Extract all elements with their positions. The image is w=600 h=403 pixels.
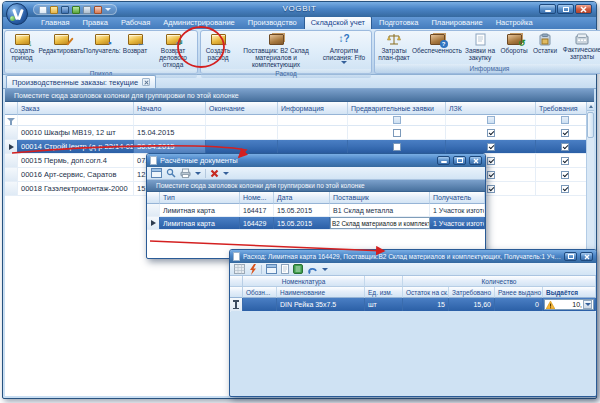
order-row-00010[interactable]: 00010 Шкафы МВ19, 12 шт 15.04.2015 [5,126,594,140]
req-checkbox[interactable] [561,129,569,137]
edit-button[interactable]: Редактировать [39,32,83,69]
search-icon[interactable] [166,168,176,178]
filter-row[interactable] [5,115,594,126]
return-waste-button[interactable]: Возврат делового отхода [150,32,196,69]
popup-group-by-panel[interactable]: Поместите сюда заголовок колонки для гру… [147,180,485,192]
stock-button[interactable]: Остатки [530,32,560,64]
prelim-checkbox[interactable] [393,143,401,151]
tab-podgotovka[interactable]: Подготовка [373,17,424,29]
column-header-okonchanie[interactable]: Окончание [206,102,278,115]
title-bar[interactable]: VOGBIT [3,2,596,17]
print-icon[interactable] [83,6,91,14]
qat-dropdown-icon[interactable] [105,8,111,11]
grid-icon[interactable] [234,264,245,274]
supplier-editor-cell[interactable]: В2 Склад материалов и комплектующих [330,217,430,229]
column-header-nomer[interactable]: Номе... [240,192,274,204]
tab-planirovanie[interactable]: Планирование [425,17,488,29]
column-header-zatrebovano[interactable]: Затребовано [449,287,495,298]
open-icon[interactable] [50,6,58,14]
document-row-164417[interactable]: Лимитная карта 164417 15.05.2015 В1 Скла… [147,204,485,217]
req-checkbox[interactable] [561,171,569,179]
column-header-zakaz[interactable]: Заказ [18,102,134,115]
filter-checkbox[interactable] [561,116,569,124]
tab-pravka[interactable]: Правка [77,17,114,29]
column-header-lzk[interactable]: ЛЗК [446,102,536,115]
receiver-button[interactable]: Получатель: [84,32,120,69]
tab-skladskoy-uchet[interactable]: Складской учет [304,16,372,29]
band-kolichestvo[interactable]: Количество [403,276,596,287]
return-button[interactable]: Возврат [121,32,149,69]
popup-close-button[interactable] [469,156,482,165]
undo-icon[interactable] [307,265,318,274]
column-header-ranee-vydano[interactable]: Ранее выдано [495,287,543,298]
scroll-thumb[interactable] [587,112,594,138]
turnover-button[interactable]: Обороты [499,32,529,64]
tab-proizvodstvo[interactable]: Производство [242,17,303,29]
order-row-00014-selected[interactable]: 00014 СтройЦентр (д-р 22/14-02) 30.04.20… [5,140,594,154]
lzk-checkbox[interactable] [487,157,495,165]
expense-close-button[interactable] [580,252,593,261]
writeoff-algorithm-button[interactable]: Алгоритм списания: Fifo [318,32,370,69]
vogbit-logo-icon[interactable] [6,3,28,25]
lzk-checkbox[interactable] [487,171,495,179]
column-header-naimenovanie[interactable]: Наименование [277,287,365,298]
req-checkbox[interactable] [561,185,569,193]
filter-checkbox[interactable] [393,116,401,124]
plan-fact-costs-button[interactable]: Затраты план-факт [376,32,412,64]
column-header-vydaetsya[interactable]: Выдаётся [543,287,596,298]
maximize-button[interactable] [557,4,574,14]
save-icon[interactable] [61,6,69,14]
column-header-informatsiya[interactable]: Информация [278,102,348,115]
group-by-panel[interactable]: Поместите сюда заголовок колонки для гру… [5,89,594,102]
actual-costs-button[interactable]: Фактические затраты [561,32,600,64]
mail-icon[interactable] [94,6,102,14]
document-icon[interactable] [281,264,289,274]
column-header-poluchatel[interactable]: Получатель [430,192,485,204]
column-header-predvaritelnye-zayavki[interactable]: Предварительные заявки [348,102,446,115]
filter-checkbox[interactable] [487,116,495,124]
create-income-button[interactable]: Создать приход [6,32,38,69]
card-view-icon[interactable] [266,264,277,274]
popup-title-bar[interactable]: Расчётные документы [147,154,485,167]
document-tab-production-orders[interactable]: Производственные заказы: текущие [6,75,156,88]
column-header-oboznachenie[interactable]: Обозн... [243,287,277,298]
toolbar-dropdown-icon[interactable] [223,172,229,175]
req-checkbox[interactable] [561,157,569,165]
tab-rabochaya[interactable]: Рабочая [115,17,156,29]
add-icon[interactable] [72,6,80,14]
expense-maximize-button[interactable] [564,252,577,261]
popup-minimize-button[interactable] [437,156,450,165]
lzk-checkbox[interactable] [487,143,495,151]
close-button[interactable] [575,4,592,14]
tab-administrirovanie[interactable]: Администрирование [157,17,241,29]
toolbar-dropdown-icon[interactable] [322,268,328,271]
expense-row-din-reyka[interactable]: DIN Рейка 35х7.5 шт 15 15,60 0 10, [230,298,596,312]
availability-button[interactable]: Обеспеченность [413,32,461,64]
delete-icon[interactable] [210,169,219,178]
lzk-checkbox[interactable] [487,129,495,137]
column-header-nachalo[interactable]: Начало [134,102,206,115]
print-dropdown-icon[interactable] [195,172,201,175]
issuing-editor[interactable]: 10, [544,299,594,310]
card-view-icon[interactable] [151,168,162,178]
column-header-postavshchik[interactable]: Поставщик [330,192,430,204]
create-expense-button[interactable]: Создать расход [202,32,234,69]
purchase-request-button[interactable]: Заявки на закупку [462,32,498,64]
column-header-data[interactable]: Дата [274,192,330,204]
popup-maximize-button[interactable] [453,156,466,165]
new-document-icon[interactable] [39,6,47,14]
export-excel-icon[interactable] [293,264,303,274]
column-header-ostatok[interactable]: Остаток на ск... [403,287,449,298]
scroll-up-icon[interactable] [587,102,594,111]
prelim-checkbox[interactable] [393,129,401,137]
column-header-tip[interactable]: Тип [160,192,240,204]
supplier-button[interactable]: Поставщик: В2 Склад материалов и комплек… [235,32,317,69]
apply-lightning-icon[interactable] [249,264,257,275]
tab-glavnaya[interactable]: Главная [35,17,76,29]
req-checkbox[interactable] [561,143,569,151]
document-row-164429-selected[interactable]: Лимитная карта 164429 15.05.2015 В2 Скла… [147,217,485,230]
lzk-checkbox[interactable] [487,185,495,193]
minimize-button[interactable] [539,4,556,14]
column-header-ed-izm[interactable]: Ед. изм. [365,287,403,298]
tab-close-icon[interactable] [142,78,150,86]
